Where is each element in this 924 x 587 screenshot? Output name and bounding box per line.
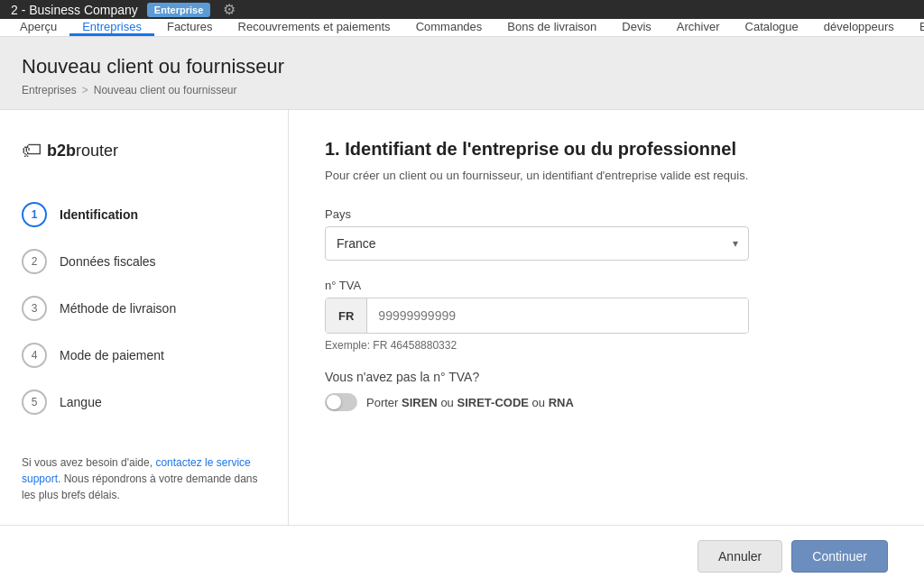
breadcrumb-current: Nouveau client ou fournisseur [94, 84, 237, 96]
form-section-title: 1. Identifiant de l'entreprise ou du pro… [325, 139, 888, 160]
cancel-button[interactable]: Annuler [698, 540, 782, 573]
tva-prefix: FR [326, 298, 367, 333]
step-list: 1 Identification 2 Données fiscales 3 Mé… [22, 191, 266, 426]
page-title: Nouveau client ou fournisseur [22, 55, 902, 78]
form-area: 1. Identifiant de l'entreprise ou du pro… [289, 110, 924, 525]
logo-text: b2brouter [47, 142, 118, 161]
step-label-3: Méthode de livraison [60, 301, 176, 316]
step-circle-2: 2 [22, 249, 47, 274]
step-circle-4: 4 [22, 343, 47, 368]
nav-item-erreurs[interactable]: Erreurs [907, 19, 924, 36]
tva-label: n° TVA [325, 279, 888, 292]
step-label-5: Langue [60, 395, 102, 409]
step-label-1: Identification [60, 207, 138, 222]
step-item-2[interactable]: 2 Données fiscales [22, 238, 266, 285]
breadcrumb-separator: > [82, 84, 88, 96]
step-label-2: Données fiscales [60, 254, 156, 269]
b2brouter-icon: 🏷 [22, 139, 42, 162]
app-title: 2 - Business Company [11, 3, 138, 17]
step-circle-3: 3 [22, 296, 47, 321]
step-label-4: Mode de paiement [60, 348, 164, 362]
pays-select-wrapper: France ▾ [325, 226, 749, 261]
enterprise-badge: Enterprise [147, 3, 210, 17]
nav-bar: Aperçu Entreprises Factures Recouvrement… [0, 19, 924, 37]
main-scroll: 🏷 b2brouter 1 Identification 2 Données f… [0, 110, 924, 525]
form-description: Pour créer un client ou un fournisseur, … [325, 169, 888, 182]
nav-item-archiver[interactable]: Archiver [664, 19, 733, 36]
top-bar: 2 - Business Company Enterprise ⚙ [0, 0, 924, 19]
nav-item-recouvrements[interactable]: Recouvrements et paiements [226, 19, 403, 36]
form-footer: Annuler Continuer [0, 525, 924, 587]
main-and-footer: 🏷 b2brouter 1 Identification 2 Données f… [0, 110, 924, 587]
page-header: Nouveau client ou fournisseur Entreprise… [0, 37, 924, 110]
breadcrumb: Entreprises > Nouveau client ou fourniss… [22, 84, 902, 96]
step-item-4[interactable]: 4 Mode de paiement [22, 332, 266, 379]
pays-group: Pays France ▾ [325, 207, 888, 261]
nav-item-catalogue[interactable]: Catalogue [733, 19, 811, 36]
nav-item-developpeurs[interactable]: développeurs [811, 19, 907, 36]
tva-example: Exemple: FR 46458880332 [325, 339, 888, 352]
toggle-row: Porter SIREN ou SIRET-CODE ou RNA [325, 393, 888, 411]
tva-group: n° TVA FR Exemple: FR 46458880332 [325, 279, 888, 352]
breadcrumb-parent[interactable]: Entreprises [22, 84, 77, 96]
step-circle-5: 5 [22, 390, 47, 415]
support-text: Si vous avez besoin d'aide, contactez le… [22, 454, 266, 503]
step-circle-1: 1 [22, 202, 47, 227]
tva-input[interactable] [367, 298, 748, 333]
nav-item-apercu[interactable]: Aperçu [7, 19, 69, 36]
pays-select[interactable]: France [325, 226, 749, 261]
gear-icon[interactable]: ⚙ [223, 1, 236, 18]
no-tva-section: Vous n'avez pas la n° TVA? Porter SIREN … [325, 370, 888, 411]
nav-item-bons[interactable]: Bons de livraison [494, 19, 609, 36]
toggle-label: Porter SIREN ou SIRET-CODE ou RNA [366, 396, 574, 409]
step-item-1[interactable]: 1 Identification [22, 191, 266, 238]
no-tva-toggle[interactable] [325, 393, 357, 411]
nav-item-factures[interactable]: Factures [154, 19, 226, 36]
nav-item-commandes[interactable]: Commandes [403, 19, 495, 36]
step-item-5[interactable]: 5 Langue [22, 379, 266, 426]
pays-label: Pays [325, 207, 888, 221]
continue-button[interactable]: Continuer [791, 540, 888, 573]
no-tva-question: Vous n'avez pas la n° TVA? [325, 370, 888, 384]
sidebar-logo: 🏷 b2brouter [22, 139, 266, 162]
toggle-knob [327, 395, 341, 409]
sidebar: 🏷 b2brouter 1 Identification 2 Données f… [0, 110, 289, 525]
step-item-3[interactable]: 3 Méthode de livraison [22, 285, 266, 332]
nav-item-devis[interactable]: Devis [609, 19, 664, 36]
tva-input-group: FR [325, 298, 749, 334]
nav-item-entreprises[interactable]: Entreprises [69, 19, 154, 36]
